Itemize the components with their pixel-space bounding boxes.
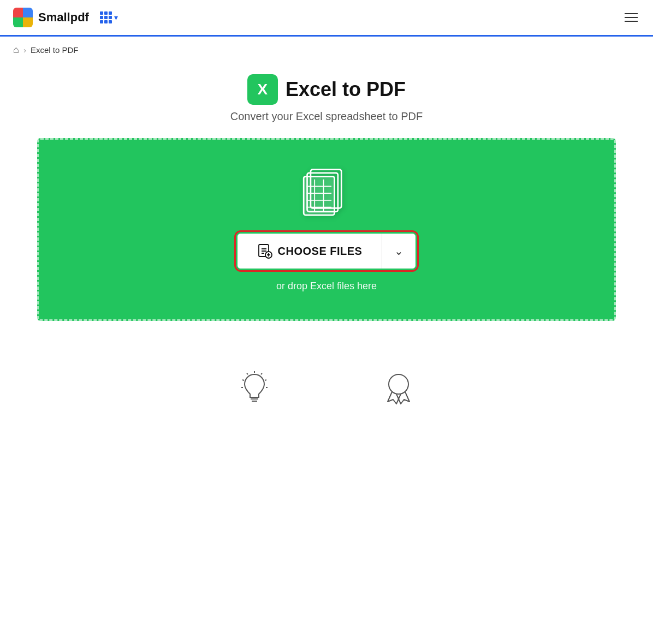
- breadcrumb-current: Excel to PDF: [31, 45, 79, 55]
- choose-files-dropdown-button[interactable]: ⌄: [382, 234, 415, 269]
- choose-files-button[interactable]: CHOOSE FILES: [238, 234, 383, 269]
- svg-line-20: [261, 373, 262, 374]
- lightbulb-item: [237, 370, 272, 405]
- svg-line-19: [247, 373, 248, 374]
- apps-button[interactable]: ▾: [96, 9, 122, 26]
- svg-rect-2: [304, 176, 334, 215]
- bottom-section: [237, 354, 416, 421]
- logo-icon: [13, 8, 33, 27]
- svg-line-22: [265, 380, 266, 380]
- page-title: Excel to PDF: [286, 78, 406, 101]
- file-add-icon: [257, 243, 272, 259]
- header-left: Smallpdf ▾: [13, 8, 122, 27]
- logo-quadrant-2: [23, 8, 33, 17]
- hamburger-line-2: [625, 17, 638, 18]
- spreadsheet-icon-wrapper: [299, 167, 354, 222]
- hamburger-line-3: [625, 21, 638, 22]
- spreadsheet-icon: [299, 167, 354, 222]
- hamburger-button[interactable]: [622, 11, 640, 24]
- excel-icon: X: [247, 74, 278, 105]
- award-item: [381, 370, 416, 405]
- logo-text: Smallpdf: [38, 10, 89, 25]
- svg-line-21: [242, 380, 244, 380]
- award-icon: [381, 370, 416, 405]
- lightbulb-icon: [237, 370, 272, 405]
- svg-point-25: [389, 374, 408, 394]
- chevron-down-icon: ▾: [114, 13, 118, 22]
- hamburger-line-1: [625, 13, 638, 14]
- header: Smallpdf ▾: [0, 0, 653, 37]
- main-content: X Excel to PDF Convert your Excel spread…: [0, 63, 653, 432]
- logo-quadrant-1: [13, 8, 23, 17]
- logo-quadrant-4: [23, 17, 33, 27]
- chevron-down-icon: ⌄: [394, 245, 403, 258]
- logo-wrapper: Smallpdf: [13, 8, 89, 27]
- drop-hint: or drop Excel files here: [276, 281, 377, 292]
- dropzone[interactable]: CHOOSE FILES ⌄ or drop Excel files here: [37, 138, 616, 321]
- home-icon[interactable]: ⌂: [13, 44, 19, 56]
- choose-files-wrapper[interactable]: CHOOSE FILES ⌄: [238, 234, 416, 269]
- breadcrumb-separator: ›: [23, 45, 26, 55]
- grid-icon: [100, 11, 112, 23]
- choose-files-label: CHOOSE FILES: [278, 245, 363, 258]
- logo-quadrant-3: [13, 17, 23, 27]
- page-title-area: X Excel to PDF Convert your Excel spread…: [230, 74, 423, 123]
- page-subtitle: Convert your Excel spreadsheet to PDF: [230, 110, 423, 123]
- title-row: X Excel to PDF: [247, 74, 406, 105]
- breadcrumb: ⌂ › Excel to PDF: [0, 37, 653, 63]
